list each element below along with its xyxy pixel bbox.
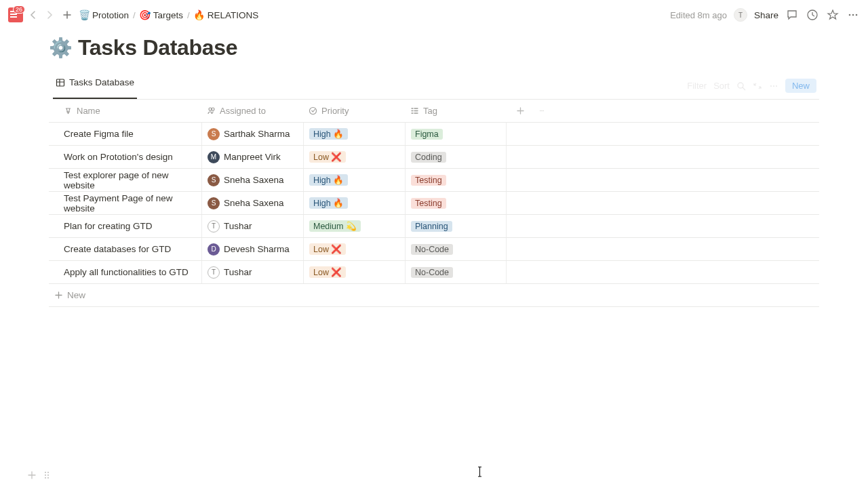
- fire-icon: 🔥: [194, 9, 205, 20]
- cell-priority[interactable]: Low ❌: [303, 261, 405, 283]
- cell-priority[interactable]: Medium 💫: [303, 215, 405, 237]
- column-more-icon[interactable]: [534, 106, 550, 115]
- svg-point-17: [45, 474, 46, 476]
- col-priority[interactable]: Priority: [303, 106, 405, 116]
- title-row: ⚙️ Tasks Database: [49, 35, 819, 60]
- cell-tag[interactable]: Testing: [405, 192, 507, 214]
- sort-button[interactable]: Sort: [713, 81, 730, 91]
- drag-handle-icon[interactable]: [43, 470, 50, 480]
- comments-icon[interactable]: [785, 8, 799, 22]
- cell-tag[interactable]: No-Code: [405, 238, 507, 260]
- breadcrumb-separator: /: [186, 10, 191, 20]
- view-controls: Filter Sort New: [687, 79, 819, 93]
- forward-button[interactable]: [43, 10, 56, 20]
- cell-priority[interactable]: Low ❌: [303, 238, 405, 260]
- page-title[interactable]: Tasks Database: [78, 35, 237, 60]
- share-button[interactable]: Share: [754, 10, 778, 20]
- cell-name[interactable]: Test Payment Page of new website: [49, 193, 201, 214]
- svg-point-5: [738, 83, 743, 88]
- priority-pill: Low ❌: [309, 266, 346, 278]
- table-row[interactable]: Test Payment Page of new website S Sneha…: [49, 192, 819, 215]
- multiselect-icon: [410, 106, 419, 115]
- cell-name[interactable]: Work on Prototion's design: [49, 152, 201, 162]
- more-icon[interactable]: [846, 8, 860, 22]
- view-more-icon[interactable]: [769, 81, 778, 91]
- page-body: ⚙️ Tasks Database Tasks Database Filter …: [0, 30, 868, 307]
- cell-assigned[interactable]: D Devesh Sharma: [201, 238, 303, 260]
- cell-assigned[interactable]: T Tushar: [201, 261, 303, 283]
- filter-button[interactable]: Filter: [687, 81, 707, 91]
- cell-assigned[interactable]: S Sarthak Sharma: [201, 123, 303, 145]
- col-label: Name: [77, 106, 100, 116]
- cell-tag[interactable]: Testing: [405, 169, 507, 191]
- presence-avatar[interactable]: T: [734, 8, 747, 22]
- new-entry-button[interactable]: New: [785, 79, 816, 93]
- tab-tasks-database[interactable]: Tasks Database: [53, 73, 137, 99]
- col-assigned[interactable]: Assigned to: [201, 106, 303, 116]
- sidebar-toggle-button[interactable]: 26: [8, 7, 23, 22]
- svg-point-7: [773, 85, 774, 86]
- breadcrumb-separator: /: [132, 10, 137, 20]
- col-label: Priority: [321, 106, 349, 116]
- assignee-label: Sneha Saxena: [224, 175, 284, 185]
- back-button[interactable]: [27, 10, 39, 20]
- cell-tag[interactable]: No-Code: [405, 261, 507, 283]
- cell-tag[interactable]: Figma: [405, 123, 507, 145]
- favorite-icon[interactable]: [826, 8, 840, 22]
- tag-pill: Planning: [411, 221, 452, 232]
- table-icon: [56, 78, 65, 87]
- table-row[interactable]: Create databases for GTD D Devesh Sharma…: [49, 238, 819, 261]
- assignee-label: Manpreet Virk: [224, 152, 281, 162]
- cell-assigned[interactable]: S Sneha Saxena: [201, 169, 303, 191]
- breadcrumb-item-prototion[interactable]: 🗑️ Prototion: [79, 9, 129, 20]
- updates-icon[interactable]: [806, 8, 819, 22]
- tag-pill: No-Code: [411, 267, 453, 278]
- cell-tag[interactable]: Planning: [405, 215, 507, 237]
- breadcrumb-label: Prototion: [92, 10, 129, 20]
- table-row[interactable]: Test explorer page of new website S Sneh…: [49, 169, 819, 192]
- cell-name[interactable]: Apply all functionalities to GTD: [49, 267, 201, 277]
- breadcrumb-item-targets[interactable]: 🎯 Targets: [140, 9, 183, 20]
- cell-name[interactable]: Create databases for GTD: [49, 244, 201, 254]
- search-icon[interactable]: [736, 81, 746, 91]
- priority-pill: Low ❌: [309, 243, 346, 255]
- avatar: T: [208, 220, 220, 232]
- cell-name[interactable]: Create Figma file: [49, 129, 201, 139]
- table-row[interactable]: Apply all functionalities to GTD T Tusha…: [49, 261, 819, 284]
- topbar: 26 🗑️ Prototion / 🎯 Targets / 🔥 RELATION: [0, 0, 868, 30]
- page-icon[interactable]: ⚙️: [49, 37, 73, 59]
- svg-point-6: [770, 85, 772, 86]
- cell-tag[interactable]: Coding: [405, 146, 507, 168]
- target-icon: 🎯: [140, 9, 151, 20]
- svg-point-20: [47, 477, 49, 479]
- cell-priority[interactable]: High 🔥: [303, 123, 405, 145]
- add-block-button[interactable]: [27, 470, 37, 480]
- col-tag[interactable]: Tag: [405, 106, 507, 116]
- cell-assigned[interactable]: T Tushar: [201, 215, 303, 237]
- db-rows: Create Figma file S Sarthak Sharma High …: [49, 123, 819, 284]
- breadcrumb-label: RELATIONS: [208, 10, 259, 20]
- table-row[interactable]: Plan for creating GTD T Tushar Medium 💫 …: [49, 215, 819, 238]
- cell-priority[interactable]: High 🔥: [303, 169, 405, 191]
- cell-name[interactable]: Test explorer page of new website: [49, 170, 201, 190]
- table-row[interactable]: Work on Prototion's design M Manpreet Vi…: [49, 146, 819, 169]
- breadcrumb-item-relations[interactable]: 🔥 RELATIONS: [194, 9, 259, 20]
- tag-pill: No-Code: [411, 244, 453, 255]
- new-row-button[interactable]: New: [49, 284, 819, 307]
- cell-priority[interactable]: Low ❌: [303, 146, 405, 168]
- expand-icon[interactable]: [753, 81, 762, 91]
- view-tabs: Tasks Database Filter Sort New: [53, 73, 819, 100]
- assignee-label: Sneha Saxena: [224, 198, 284, 208]
- db-header: Name Assigned to Priority Tag: [49, 100, 819, 123]
- table-row[interactable]: Create Figma file S Sarthak Sharma High …: [49, 123, 819, 146]
- tag-pill: Testing: [411, 198, 446, 209]
- cell-priority[interactable]: High 🔥: [303, 192, 405, 214]
- cell-name[interactable]: Plan for creating GTD: [49, 221, 201, 231]
- new-tab-button[interactable]: [60, 10, 75, 20]
- add-column-button[interactable]: [507, 106, 534, 115]
- col-name[interactable]: Name: [49, 106, 201, 116]
- cell-assigned[interactable]: M Manpreet Virk: [201, 146, 303, 168]
- svg-point-2: [852, 14, 854, 16]
- cell-assigned[interactable]: S Sneha Saxena: [201, 192, 303, 214]
- notification-badge: 26: [13, 5, 25, 14]
